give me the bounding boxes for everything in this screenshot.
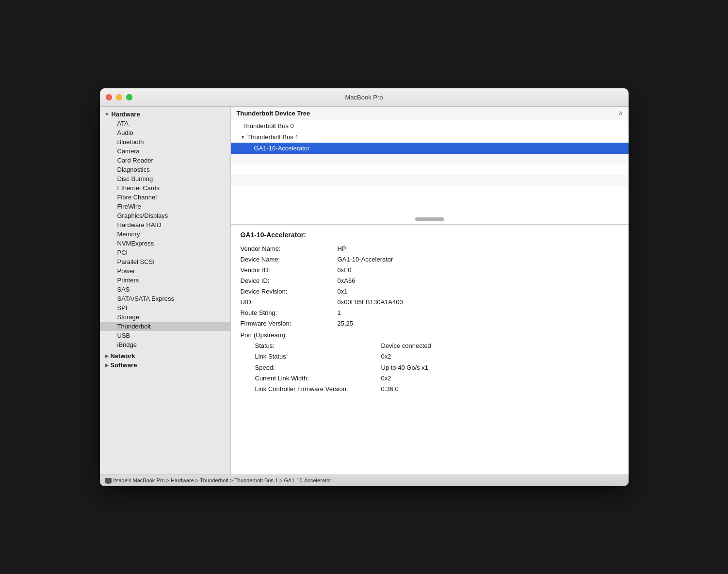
titlebar: MacBook Pro [100,88,629,107]
scrollbar-thumb[interactable] [415,217,444,221]
sidebar-item-graphics-displays[interactable]: Graphics/Displays [100,211,230,220]
uid-row: UID: 0x00F05FB130A1A400 [241,297,619,308]
tree-header: Thunderbolt Device Tree ∧ [231,107,629,120]
tree-header-label: Thunderbolt Device Tree [237,110,310,117]
firmware-version-row: Firmware Version: 25.25 [241,318,619,329]
current-link-width-value: 0x2 [381,373,391,384]
link-status-value: 0x2 [381,351,391,362]
current-link-width-label: Current Link Width: [255,373,381,384]
sidebar-item-memory[interactable]: Memory [100,230,230,239]
tree-item-empty1 [231,154,629,164]
route-string-value: 1 [338,308,341,318]
tree-item-accelerator[interactable]: GA1-10-Accelerator [231,143,629,154]
bus1-arrow-icon: ▼ [241,134,245,140]
sidebar-item-ethernet-cards[interactable]: Ethernet Cards [100,183,230,193]
tree-scroll-area [231,186,629,225]
window-title: MacBook Pro [345,94,383,101]
main-window: MacBook Pro ▼ Hardware ATA Audio Bluetoo… [100,88,629,486]
hardware-label: Hardware [111,111,140,118]
main-panel: Thunderbolt Device Tree ∧ Thunderbolt Bu… [231,107,629,475]
software-arrow-icon: ▶ [105,362,109,368]
traffic-lights [106,94,132,100]
macbook-icon [105,478,112,483]
sidebar-item-pci[interactable]: PCI [100,248,230,257]
sidebar-item-nvmexpress[interactable]: NVMExpress [100,239,230,248]
close-button[interactable] [106,94,112,100]
link-controller-fw-label: Link Controller Firmware Version: [255,384,381,394]
tree-item-bus1[interactable]: ▼ Thunderbolt Bus 1 [231,131,629,143]
device-revision-label: Device Revision: [241,286,338,297]
speed-value: Up to 40 Gb/s x1 [381,362,429,373]
maximize-button[interactable] [126,94,132,100]
port-upstream-label: Port (Upstream): [241,330,619,341]
device-name-label: Device Name: [241,254,338,265]
sidebar-item-usb[interactable]: USB [100,331,230,340]
content-area: ▼ Hardware ATA Audio Bluetooth Camera Ca… [100,107,629,475]
sidebar-item-card-reader[interactable]: Card Reader [100,156,230,165]
port-section: Port (Upstream): Status: Device connecte… [241,330,619,394]
speed-label: Speed: [255,362,381,373]
sidebar-item-spi[interactable]: SPI [100,303,230,312]
status-value: Device connected [381,341,431,351]
software-label: Software [111,361,137,369]
sidebar-item-hardware-raid[interactable]: Hardware RAID [100,220,230,230]
device-id-value: 0xA66 [338,276,356,286]
vendor-id-label: Vendor ID: [241,265,338,276]
vendor-name-value: HP [338,244,346,254]
sidebar-item-parallel-scsi[interactable]: Parallel SCSI [100,257,230,266]
sidebar-item-fibre-channel[interactable]: Fibre Channel [100,193,230,202]
device-name-value: GA1-10-Accelerator [338,254,393,265]
sidebar-item-sas[interactable]: SAS [100,285,230,294]
sidebar-item-ibridge[interactable]: iBridge [100,340,230,349]
status-label: Status: [255,341,381,351]
vendor-name-row: Vendor Name: HP [241,244,619,254]
tree-items: Thunderbolt Bus 0 ▼ Thunderbolt Bus 1 GA… [231,120,629,186]
device-revision-value: 0x1 [338,286,348,297]
sidebar-item-camera[interactable]: Camera [100,147,230,156]
speed-row: Speed: Up to 40 Gb/s x1 [255,362,619,373]
sidebar-item-diagnostics[interactable]: Diagnostics [100,165,230,174]
collapse-button[interactable]: ∧ [618,110,623,116]
network-section-header[interactable]: ▶ Network [100,351,230,361]
sidebar-item-power[interactable]: Power [100,266,230,276]
sidebar-item-storage[interactable]: Storage [100,312,230,322]
sidebar-item-audio[interactable]: Audio [100,128,230,137]
uid-value: 0x00F05FB130A1A400 [338,297,403,308]
tree-item-bus0[interactable]: Thunderbolt Bus 0 [231,120,629,131]
detail-section: GA1-10-Accelerator: Vendor Name: HP Devi… [231,225,629,475]
sidebar-item-ata[interactable]: ATA [100,119,230,128]
firmware-version-label: Firmware Version: [241,318,338,329]
device-revision-row: Device Revision: 0x1 [241,286,619,297]
device-id-row: Device ID: 0xA66 [241,276,619,286]
hardware-section-header[interactable]: ▼ Hardware [100,110,230,119]
port-rows: Status: Device connected Link Status: 0x… [255,341,619,394]
tree-item-empty3 [231,175,629,186]
detail-table: Vendor Name: HP Device Name: GA1-10-Acce… [241,244,619,394]
tree-item-empty2 [231,164,629,175]
link-status-label: Link Status: [255,351,381,362]
vendor-id-row: Vendor ID: 0xF0 [241,265,619,276]
link-controller-fw-value: 0.36.0 [381,384,399,394]
device-title: GA1-10-Accelerator: [241,231,619,239]
sidebar-item-printers[interactable]: Printers [100,276,230,285]
statusbar: itsage's MacBook Pro > Hardware > Thunde… [100,475,629,486]
firmware-version-value: 25.25 [338,318,354,329]
software-section-header[interactable]: ▶ Software [100,361,230,370]
hardware-arrow-icon: ▼ [105,112,110,117]
statusbar-path: itsage's MacBook Pro > Hardware > Thunde… [113,477,331,483]
network-arrow-icon: ▶ [105,353,109,359]
sidebar-item-thunderbolt[interactable]: Thunderbolt [100,322,230,331]
sidebar-item-sata[interactable]: SATA/SATA Express [100,294,230,303]
sidebar: ▼ Hardware ATA Audio Bluetooth Camera Ca… [100,107,231,475]
sidebar-item-disc-burning[interactable]: Disc Burning [100,174,230,183]
route-string-label: Route String: [241,308,338,318]
minimize-button[interactable] [116,94,122,100]
vendor-name-label: Vendor Name: [241,244,338,254]
network-label: Network [111,352,135,360]
sidebar-item-bluetooth[interactable]: Bluetooth [100,137,230,147]
sidebar-item-firewire[interactable]: FireWire [100,202,230,211]
link-status-row: Link Status: 0x2 [255,351,619,362]
status-row: Status: Device connected [255,341,619,351]
device-id-label: Device ID: [241,276,338,286]
device-name-row: Device Name: GA1-10-Accelerator [241,254,619,265]
